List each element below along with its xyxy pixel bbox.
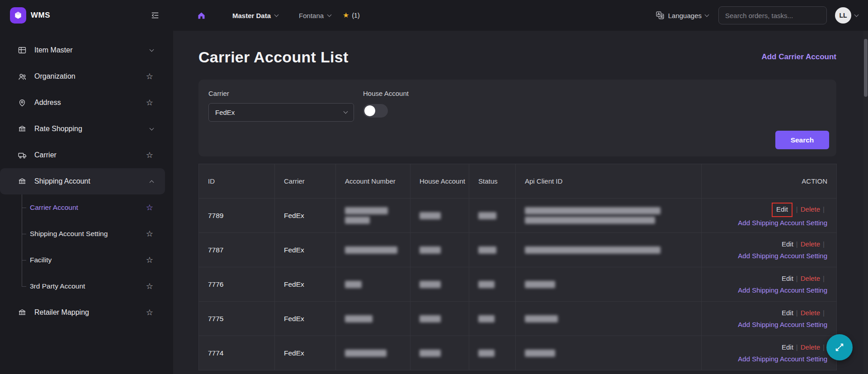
cell-house-account-redacted	[410, 302, 469, 336]
cell-api-client-id-redacted	[516, 336, 702, 370]
edit-link[interactable]: Edit	[782, 275, 793, 282]
bank-icon	[17, 308, 27, 317]
chevron-down-icon	[150, 47, 154, 52]
cell-id: 7776	[199, 267, 275, 302]
favorites-count: (1)	[352, 12, 359, 19]
delete-link[interactable]: Delete	[801, 205, 820, 213]
edit-link[interactable]: Edit	[776, 205, 788, 213]
add-carrier-account-link[interactable]: Add Carrier Account	[761, 52, 836, 62]
edit-link[interactable]: Edit	[782, 343, 793, 351]
house-account-label: House Account	[363, 90, 409, 97]
sidebar-item-3rd-party-account[interactable]: 3rd Party Account ☆	[0, 273, 173, 299]
cell-actions: Edit|Delete| Add Shipping Account Settin…	[702, 233, 837, 267]
cell-house-account-redacted	[410, 267, 469, 302]
page-title: Carrier Account List	[198, 48, 349, 66]
delete-link[interactable]: Delete	[801, 343, 820, 351]
chevron-down-icon	[705, 12, 709, 17]
add-shipping-account-setting-link[interactable]: Add Shipping Account Setting	[738, 286, 827, 294]
sidebar-item-address[interactable]: Address ☆	[0, 90, 173, 116]
favorite-star-icon[interactable]: ☆	[146, 282, 153, 290]
expand-icon	[834, 341, 845, 353]
sidebar-item-item-master[interactable]: Item Master	[0, 37, 173, 63]
languages-menu[interactable]: Languages	[656, 11, 708, 20]
team-icon	[17, 72, 27, 81]
filter-panel: Carrier FedEx House Account Search	[198, 80, 836, 156]
sidebar-item-facility[interactable]: Facility ☆	[0, 247, 173, 273]
app-brand[interactable]: WMS	[10, 7, 50, 24]
cell-account-number-redacted	[336, 233, 410, 267]
cell-house-account-redacted	[410, 336, 469, 370]
main-content: Carrier Account List Add Carrier Account…	[173, 31, 868, 374]
cell-status-redacted	[469, 199, 516, 233]
facility-menu[interactable]: Fontana	[299, 12, 331, 19]
add-shipping-account-setting-link[interactable]: Add Shipping Account Setting	[738, 355, 827, 363]
sidebar-item-shipping-account[interactable]: Shipping Account	[0, 168, 165, 194]
truck-icon	[17, 151, 27, 160]
carrier-select[interactable]: FedEx	[208, 103, 354, 122]
carrier-filter: Carrier FedEx	[208, 90, 354, 147]
add-shipping-account-setting-link[interactable]: Add Shipping Account Setting	[738, 321, 827, 328]
app-title: WMS	[31, 11, 50, 20]
edit-link[interactable]: Edit	[782, 240, 793, 248]
cell-actions: Edit|Delete| Add Shipping Account Settin…	[702, 302, 837, 336]
user-menu[interactable]: LL	[835, 7, 858, 24]
favorite-star-icon[interactable]: ☆	[146, 204, 153, 212]
cell-carrier: FedEx	[275, 336, 336, 370]
cell-id: 7774	[199, 336, 275, 370]
cell-actions: Edit|Delete| Add Shipping Account Settin…	[702, 336, 837, 370]
add-shipping-account-setting-link[interactable]: Add Shipping Account Setting	[738, 219, 827, 227]
table-row: 7774 FedEx Edit|Delete| Add Shipping Acc…	[199, 336, 837, 370]
cell-status-redacted	[469, 233, 516, 267]
favorite-star-icon[interactable]: ☆	[146, 72, 153, 80]
favorite-star-icon[interactable]: ☆	[146, 99, 153, 107]
expand-fullscreen-button[interactable]	[826, 334, 853, 360]
cell-actions: Edit|Delete| Add Shipping Account Settin…	[702, 199, 837, 233]
map-pin-icon	[17, 98, 27, 107]
sidebar-item-organization[interactable]: Organization ☆	[0, 63, 173, 90]
sidebar-item-shipping-account-setting[interactable]: Shipping Account Setting ☆	[0, 221, 173, 247]
cell-id: 7787	[199, 233, 275, 267]
languages-label: Languages	[668, 12, 702, 19]
sidebar-collapse-icon[interactable]	[151, 11, 160, 20]
sidebar-item-retailer-mapping[interactable]: Retailer Mapping ☆	[0, 299, 173, 326]
sidebar-item-rate-shopping[interactable]: Rate Shopping	[0, 116, 173, 142]
favorite-star-icon[interactable]: ☆	[146, 151, 153, 159]
topbar: WMS Master Data Fontana ★ (1) Languages …	[0, 0, 868, 31]
star-icon: ★	[343, 12, 349, 19]
favorite-star-icon[interactable]: ☆	[146, 256, 153, 264]
edit-link[interactable]: Edit	[782, 309, 793, 317]
delete-link[interactable]: Delete	[801, 275, 820, 282]
search-button[interactable]: Search	[775, 131, 829, 149]
cell-api-client-id-redacted	[516, 233, 702, 267]
table-row: 7776 FedEx Edit|Delete| Add Shipping Acc…	[199, 267, 837, 302]
delete-link[interactable]: Delete	[801, 309, 820, 317]
master-data-menu[interactable]: Master Data	[232, 12, 278, 19]
house-account-filter: House Account	[363, 90, 409, 147]
sidebar-item-carrier[interactable]: Carrier ☆	[0, 142, 173, 168]
header-api-client-id: Api Client ID	[516, 164, 702, 199]
master-data-label: Master Data	[232, 12, 271, 19]
favorite-star-icon[interactable]: ☆	[146, 230, 153, 238]
table-row: 7775 FedEx Edit|Delete| Add Shipping Acc…	[199, 302, 837, 336]
home-icon[interactable]	[197, 11, 206, 20]
global-search-input[interactable]	[718, 6, 827, 24]
favorites-indicator[interactable]: ★ (1)	[343, 12, 359, 19]
favorite-star-icon[interactable]: ☆	[146, 308, 153, 317]
table-header-row: ID Carrier Account Number House Account …	[199, 164, 837, 199]
chevron-down-icon	[274, 12, 279, 17]
cell-account-number-redacted	[336, 267, 410, 302]
delete-link[interactable]: Delete	[801, 240, 820, 248]
scrollbar-thumb[interactable]	[864, 39, 868, 97]
cell-status-redacted	[469, 302, 516, 336]
sidebar-item-carrier-account[interactable]: Carrier Account ☆	[0, 194, 173, 221]
chevron-up-icon	[150, 180, 154, 185]
wms-logo-icon	[10, 7, 26, 24]
cell-actions: Edit|Delete| Add Shipping Account Settin…	[702, 267, 837, 302]
cell-api-client-id-redacted	[516, 199, 702, 233]
grid-icon	[17, 46, 27, 55]
carrier-account-table: ID Carrier Account Number House Account …	[198, 164, 837, 370]
add-shipping-account-setting-link[interactable]: Add Shipping Account Setting	[738, 252, 827, 260]
cell-house-account-redacted	[410, 233, 469, 267]
cell-api-client-id-redacted	[516, 302, 702, 336]
house-account-toggle[interactable]	[363, 104, 388, 118]
